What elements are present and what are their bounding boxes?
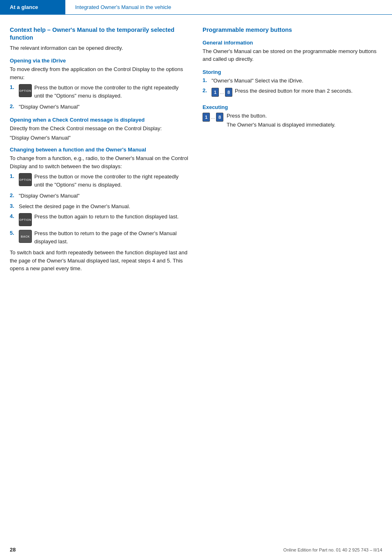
memory-icon-executing: 1 … 8 xyxy=(203,113,223,122)
changing-step-1-num: 1. xyxy=(10,173,16,179)
storing-step-1-text: "Owner's Manual" Select via the iDrive. xyxy=(212,77,382,85)
header-left-label: At a glance xyxy=(0,0,65,14)
option-icon-2: OPTION xyxy=(19,173,32,186)
page-header: At a glance Integrated Owner's Manual in… xyxy=(0,0,392,15)
changing-footer-text: To switch back and forth repeatedly betw… xyxy=(10,249,189,273)
check-control-quote: "Display Owner's Manual" xyxy=(10,135,189,141)
option-icon-3: OPTION xyxy=(19,213,32,226)
executing-title: Executing xyxy=(203,104,382,110)
changing-step-5-num: 5. xyxy=(10,230,16,236)
changing-step-5: 5. BACK Press the button to return to th… xyxy=(10,229,189,245)
integrated-manual-label: Integrated Owner's Manual in the vehicle xyxy=(75,4,171,10)
changing-step-2-text: "Display Owner's Manual" xyxy=(19,192,189,200)
mem-btn-1: 1 xyxy=(212,88,219,97)
memory-icon-storing: 1 … 8 xyxy=(212,88,232,97)
idrive-step-2-text: "Display Owner's Manual" xyxy=(19,103,189,111)
idrive-step-1: 1. OPTION Press the button or move the c… xyxy=(10,84,189,100)
memory-buttons-title: Programmable memory buttons xyxy=(203,26,382,34)
back-icon: BACK xyxy=(19,230,32,243)
executing-line2: The Owner's Manual is displayed immediat… xyxy=(227,121,382,129)
changing-step-4-num: 4. xyxy=(10,213,16,219)
general-info-title: General information xyxy=(203,40,382,46)
storing-step-2: 2. 1 … 8 Press the desired button for mo… xyxy=(203,87,382,97)
changing-step-2-num: 2. xyxy=(10,192,16,198)
mem-exec-btn-1: 1 xyxy=(203,113,210,122)
storing-step-1: 1. "Owner's Manual" Select via the iDriv… xyxy=(203,77,382,85)
option-icon-1: OPTION xyxy=(19,84,32,97)
storing-step-2-num: 2. xyxy=(203,87,209,93)
changing-step-4-text: Press the button again to return to the … xyxy=(34,213,189,221)
check-control-intro: Directly from the Check Control message … xyxy=(10,125,189,133)
opening-idrive-intro: To move directly from the application on… xyxy=(10,65,189,81)
step-1-num: 1. xyxy=(10,84,16,90)
changing-title: Changing between a function and the Owne… xyxy=(10,147,189,153)
changing-step-3: 3. Select the desired page in the Owner'… xyxy=(10,202,189,211)
mem-dots: … xyxy=(220,90,224,95)
changing-step-2: 2. "Display Owner's Manual" xyxy=(10,192,189,200)
executing-row: 1 … 8 Press the button. The Owner's Manu… xyxy=(203,112,382,131)
at-a-glance-label: At a glance xyxy=(10,4,38,10)
executing-text-block: Press the button. The Owner's Manual is … xyxy=(227,112,382,131)
page-footer: 28 Online Edition for Part no. 01 40 2 9… xyxy=(0,543,392,556)
changing-step-5-text: Press the button to return to the page o… xyxy=(34,229,189,245)
general-info-text: The Owner's Manual can be stored on the … xyxy=(203,47,382,63)
storing-title: Storing xyxy=(203,69,382,75)
idrive-step-1-text: Press the button or move the controller … xyxy=(34,84,189,100)
right-column: Programmable memory buttons General info… xyxy=(203,26,382,275)
storing-step-2-text: Press the desired button for more than 2… xyxy=(235,87,382,95)
main-content: Context help – Owner's Manual to the tem… xyxy=(0,15,392,283)
mem-exec-dots: … xyxy=(211,115,215,120)
left-column: Context help – Owner's Manual to the tem… xyxy=(10,26,189,275)
changing-intro: To change from a function, e.g., radio, … xyxy=(10,154,189,170)
storing-step-1-num: 1. xyxy=(203,77,209,83)
header-right-label: Integrated Owner's Manual in the vehicle xyxy=(65,0,181,14)
mem-exec-btn-8: 8 xyxy=(216,113,223,122)
idrive-step-2: 2. "Display Owner's Manual" xyxy=(10,103,189,111)
check-control-title: Opening when a Check Control message is … xyxy=(10,117,189,123)
opening-idrive-title: Opening via the iDrive xyxy=(10,58,189,64)
context-help-title: Context help – Owner's Manual to the tem… xyxy=(10,26,189,42)
page-number: 28 xyxy=(10,547,16,553)
context-help-intro: The relevant information can be opened d… xyxy=(10,44,189,52)
mem-btn-8: 8 xyxy=(225,88,232,97)
changing-step-3-text: Select the desired page in the Owner's M… xyxy=(19,202,189,211)
changing-step-3-num: 3. xyxy=(10,203,16,209)
footer-text: Online Edition for Part no. 01 40 2 925 … xyxy=(283,547,382,552)
step-2-num: 2. xyxy=(10,103,16,109)
executing-line1: Press the button. xyxy=(227,112,382,120)
changing-step-1: 1. OPTION Press the button or move the c… xyxy=(10,173,189,189)
changing-step-4: 4. OPTION Press the button again to retu… xyxy=(10,213,189,226)
changing-step-1-text: Press the button or move the controller … xyxy=(34,173,189,189)
